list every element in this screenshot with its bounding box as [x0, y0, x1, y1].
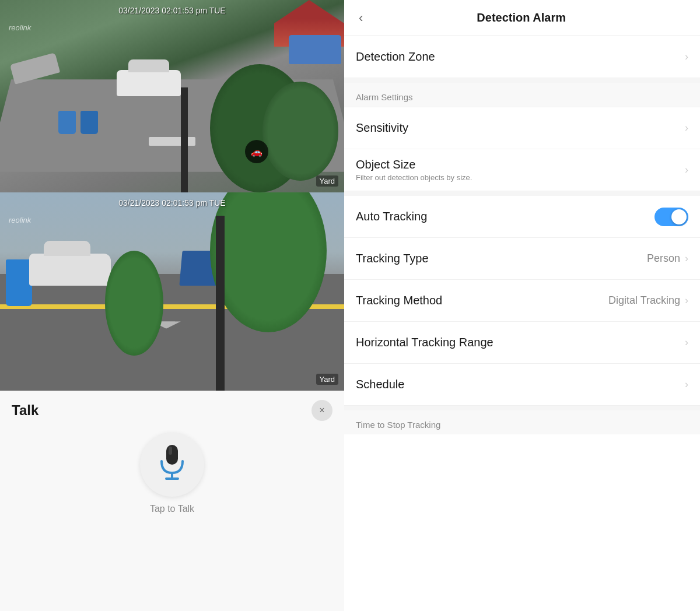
- back-button[interactable]: ‹: [356, 8, 366, 29]
- page-title: Detection Alarm: [377, 11, 665, 24]
- talk-panel: Talk ×: [0, 391, 344, 611]
- section-divider-2: [344, 191, 700, 196]
- camera1-brand: reolink: [9, 23, 31, 32]
- toggle-knob: [671, 209, 687, 224]
- tracking-type-right: Person ›: [647, 252, 688, 265]
- tracking-method-left: Tracking Method: [356, 294, 442, 307]
- sensitivity-right: ›: [685, 122, 688, 134]
- section-divider-3: [344, 406, 700, 410]
- menu-item-horizontal-tracking-range[interactable]: Horizontal Tracking Range ›: [344, 322, 700, 364]
- chevron-right-icon-schedule: ›: [685, 378, 688, 391]
- camera1-zone: Yard: [316, 175, 339, 187]
- left-panel: 🚗 03/21/2023 02:01:53 pm TUE reolink Yar…: [0, 0, 344, 611]
- menu-item-sensitivity[interactable]: Sensitivity ›: [344, 107, 700, 149]
- camera2-brand: reolink: [9, 216, 31, 224]
- tracking-method-value: Digital Tracking: [608, 294, 680, 307]
- time-to-stop-tracking-label: Time to Stop Tracking: [344, 410, 700, 434]
- svg-rect-0: [166, 445, 178, 465]
- car-detection-badge: 🚗: [245, 140, 268, 163]
- mic-circle[interactable]: [140, 433, 204, 497]
- talk-title: Talk: [12, 402, 38, 419]
- object-size-left: Object Size Filter out detection objects…: [356, 158, 472, 182]
- camera1-timestamp: 03/21/2023 02:01:53 pm TUE: [118, 6, 225, 15]
- menu-item-schedule[interactable]: Schedule ›: [344, 364, 700, 406]
- menu-item-tracking-method[interactable]: Tracking Method Digital Tracking ›: [344, 280, 700, 322]
- right-panel: ‹ Detection Alarm Detection Zone › Alarm…: [344, 0, 700, 611]
- horizontal-tracking-label: Horizontal Tracking Range: [356, 336, 494, 349]
- camera2-zone: Yard: [316, 374, 339, 385]
- sensitivity-label: Sensitivity: [356, 121, 408, 135]
- tracking-type-value: Person: [647, 252, 680, 265]
- chevron-right-icon: ›: [685, 51, 688, 63]
- svg-rect-1: [169, 447, 172, 455]
- talk-header: Talk ×: [12, 400, 332, 421]
- mic-container: Tap to Talk: [12, 427, 332, 520]
- chevron-right-icon-horizontal: ›: [685, 336, 688, 349]
- schedule-left: Schedule: [356, 378, 404, 391]
- microphone-icon: [157, 444, 187, 486]
- menu-item-detection-zone[interactable]: Detection Zone ›: [344, 36, 700, 78]
- horizontal-tracking-left: Horizontal Tracking Range: [356, 336, 494, 349]
- camera-feed-1: 🚗 03/21/2023 02:01:53 pm TUE reolink Yar…: [0, 0, 344, 192]
- chevron-right-icon-tracking-type: ›: [685, 252, 688, 265]
- object-size-subtitle: Filter out detection objects by size.: [356, 173, 472, 182]
- tracking-type-label: Tracking Type: [356, 252, 429, 265]
- object-size-label: Object Size: [356, 158, 472, 171]
- camera-feed-2: 03/21/2023 02:01:53 pm TUE reolink Yard: [0, 192, 344, 391]
- sensitivity-left: Sensitivity: [356, 121, 408, 135]
- car-icon: 🚗: [251, 146, 262, 157]
- schedule-right: ›: [685, 378, 688, 391]
- chevron-right-icon-sensitivity: ›: [685, 122, 688, 134]
- tracking-method-label: Tracking Method: [356, 294, 442, 307]
- auto-tracking-left: Auto Tracking: [356, 210, 427, 223]
- tracking-method-right: Digital Tracking ›: [608, 294, 688, 307]
- alarm-settings-label: Alarm Settings: [344, 83, 700, 107]
- menu-item-detection-zone-right: ›: [685, 51, 688, 63]
- auto-tracking-label: Auto Tracking: [356, 210, 427, 223]
- menu-section: Detection Zone › Alarm Settings Sensitiv…: [344, 36, 700, 611]
- section-divider-1: [344, 78, 700, 83]
- object-size-right: ›: [685, 164, 688, 176]
- camera2-timestamp: 03/21/2023 02:01:53 pm TUE: [118, 198, 225, 208]
- tap-to-talk-label: Tap to Talk: [150, 504, 194, 514]
- tracking-type-left: Tracking Type: [356, 252, 429, 265]
- close-button[interactable]: ×: [312, 400, 332, 421]
- auto-tracking-right: [654, 208, 688, 226]
- menu-item-object-size[interactable]: Object Size Filter out detection objects…: [344, 149, 700, 191]
- menu-item-detection-zone-left: Detection Zone: [356, 50, 435, 64]
- horizontal-tracking-right: ›: [685, 336, 688, 349]
- menu-item-tracking-type[interactable]: Tracking Type Person ›: [344, 238, 700, 280]
- chevron-right-icon-tracking-method: ›: [685, 294, 688, 307]
- menu-item-auto-tracking[interactable]: Auto Tracking: [344, 196, 700, 238]
- detection-zone-label: Detection Zone: [356, 50, 435, 64]
- auto-tracking-toggle[interactable]: [654, 208, 688, 226]
- chevron-right-icon-object-size: ›: [685, 164, 688, 176]
- header: ‹ Detection Alarm: [344, 0, 700, 36]
- schedule-label: Schedule: [356, 378, 404, 391]
